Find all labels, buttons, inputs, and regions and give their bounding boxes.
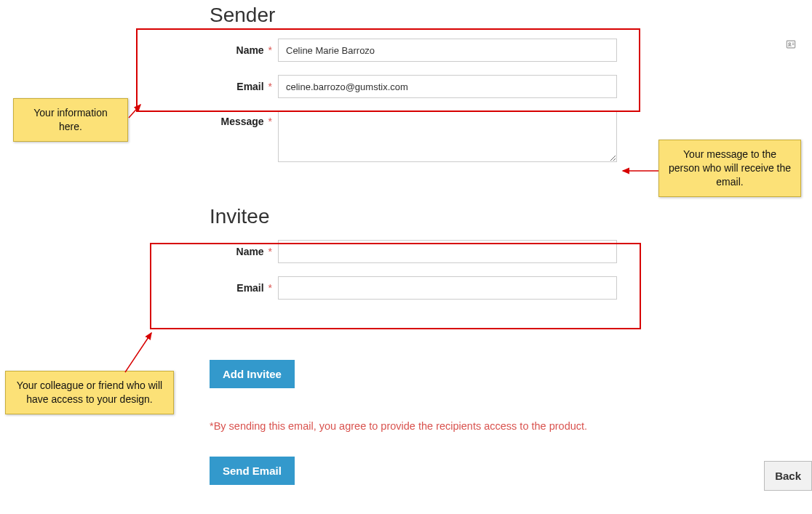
svg-rect-0 [787, 41, 795, 48]
sender-heading: Sender [210, 4, 617, 27]
invitee-email-label-cell: Email * [210, 282, 278, 294]
sender-email-label-cell: Email * [210, 81, 278, 92]
sender-message-row: Message * [210, 111, 617, 165]
invitee-email-label: Email [236, 282, 263, 294]
sender-name-label: Name [236, 44, 264, 56]
sender-name-row: Name * [210, 39, 617, 62]
required-indicator: * [268, 116, 272, 127]
sender-email-label: Email [236, 81, 263, 92]
invitee-name-row: Name * [210, 240, 617, 263]
invitee-name-label-cell: Name * [210, 246, 278, 257]
invitee-name-input[interactable] [278, 240, 617, 263]
required-indicator: * [268, 246, 272, 257]
sender-email-input[interactable] [278, 75, 617, 98]
disclosure-text: *By sending this email, you agree to pro… [210, 420, 617, 432]
arrow-message [618, 164, 662, 178]
required-indicator: * [268, 282, 272, 294]
sender-name-label-cell: Name * [210, 44, 278, 56]
back-button[interactable]: Back [764, 461, 812, 491]
autofill-icon [786, 39, 796, 49]
svg-point-1 [789, 43, 791, 45]
svg-line-4 [129, 105, 140, 118]
invitee-email-input[interactable] [278, 276, 617, 300]
callout-invitee-info: Your colleague or friend who will have a… [5, 371, 174, 414]
callout-message-info: Your message to the person who will rece… [658, 140, 801, 197]
add-invitee-button[interactable]: Add Invitee [210, 360, 295, 388]
callout-sender-info: Your information here. [13, 98, 128, 142]
required-indicator: * [268, 81, 272, 92]
svg-line-6 [125, 333, 151, 372]
sender-message-label: Message [221, 116, 264, 127]
required-indicator: * [268, 44, 272, 56]
sender-message-label-cell: Message * [210, 111, 278, 127]
invitee-heading: Invitee [210, 205, 617, 228]
sender-email-row: Email * [210, 75, 617, 98]
sender-message-textarea[interactable] [278, 111, 617, 162]
send-email-button[interactable]: Send Email [210, 457, 295, 485]
invitee-email-row: Email * [210, 276, 617, 300]
arrow-sender [127, 102, 149, 124]
sender-name-input[interactable] [278, 39, 617, 62]
invitee-name-label: Name [236, 246, 264, 257]
